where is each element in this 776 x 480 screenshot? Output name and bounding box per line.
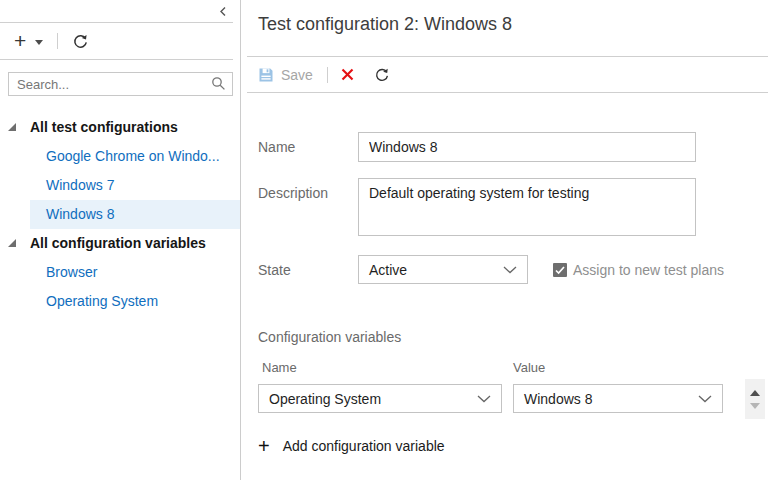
tree-item-label: Operating System bbox=[30, 287, 240, 316]
save-floppy-icon bbox=[258, 67, 274, 83]
description-label: Description bbox=[258, 178, 358, 236]
sidebar-refresh-button[interactable] bbox=[72, 33, 89, 50]
state-label: State bbox=[258, 255, 358, 278]
variable-name-value: Operating System bbox=[269, 391, 381, 407]
add-configuration-variable-label: Add configuration variable bbox=[283, 438, 445, 454]
save-button[interactable]: Save bbox=[258, 67, 313, 83]
move-down-icon[interactable] bbox=[750, 403, 760, 409]
assign-checkbox-label: Assign to new test plans bbox=[573, 262, 724, 278]
state-dropdown-value: Active bbox=[369, 262, 407, 278]
tree-item-label: Google Chrome on Windo... bbox=[30, 142, 240, 171]
chevron-down-icon bbox=[503, 266, 517, 274]
search-icon bbox=[211, 76, 226, 95]
tree-item-label: Windows 8 bbox=[30, 200, 240, 229]
variable-name-dropdown[interactable]: Operating System bbox=[258, 384, 502, 413]
refresh-button[interactable] bbox=[374, 67, 390, 83]
delete-x-icon bbox=[341, 68, 354, 81]
collapse-sidebar-icon[interactable] bbox=[219, 6, 227, 17]
sidebar-toolbar: + bbox=[0, 23, 233, 60]
sidebar: + All test conf bbox=[0, 0, 241, 480]
state-dropdown[interactable]: Active bbox=[358, 255, 528, 284]
name-label: Name bbox=[258, 132, 358, 162]
configuration-variable-row: Operating System Windows 8 bbox=[258, 384, 776, 419]
configurations-tree: All test configurations Google Chrome on… bbox=[0, 113, 240, 316]
tree-group-label: All configuration variables bbox=[30, 235, 206, 251]
plus-icon: + bbox=[14, 31, 26, 51]
configuration-variables-section: Configuration variables Name Value Opera… bbox=[258, 329, 776, 455]
name-field[interactable] bbox=[358, 132, 696, 162]
tree-group-all-configuration-variables[interactable]: All configuration variables bbox=[0, 229, 240, 258]
tree-item-google-chrome[interactable]: Google Chrome on Windo... bbox=[0, 142, 240, 171]
checkmark-icon bbox=[555, 266, 565, 275]
search-input[interactable] bbox=[8, 72, 233, 96]
tree-item-operating-system[interactable]: Operating System bbox=[0, 287, 240, 316]
main-pane: Test configuration 2: Windows 8 Save bbox=[241, 0, 776, 480]
description-row: Description Default operating system for… bbox=[258, 178, 776, 236]
save-button-label: Save bbox=[281, 67, 313, 83]
tree-item-browser[interactable]: Browser bbox=[0, 258, 240, 287]
tree-item-label: Windows 7 bbox=[30, 171, 240, 200]
chevron-down-icon bbox=[35, 40, 43, 45]
tree-item-windows-8[interactable]: Windows 8 bbox=[0, 200, 240, 229]
tree-group-label: All test configurations bbox=[30, 119, 178, 135]
name-column-header: Name bbox=[258, 360, 513, 375]
plus-icon: + bbox=[258, 437, 270, 455]
variable-value-value: Windows 8 bbox=[524, 391, 592, 407]
sidebar-header bbox=[0, 0, 233, 23]
tree-group-all-test-configurations[interactable]: All test configurations bbox=[0, 113, 240, 142]
expander-icon[interactable] bbox=[8, 123, 16, 131]
tree-item-windows-7[interactable]: Windows 7 bbox=[0, 171, 240, 200]
page-title: Test configuration 2: Windows 8 bbox=[258, 14, 776, 35]
expander-icon[interactable] bbox=[8, 239, 16, 247]
chevron-down-icon bbox=[477, 395, 491, 403]
sidebar-search bbox=[8, 72, 233, 96]
assign-checkbox-group: Assign to new test plans bbox=[553, 255, 724, 278]
add-configuration-variable-button[interactable]: + Add configuration variable bbox=[258, 437, 776, 455]
command-bar-separator bbox=[327, 67, 328, 83]
command-bar: Save bbox=[247, 56, 768, 93]
new-configuration-button[interactable]: + bbox=[14, 31, 43, 51]
row-reorder-control bbox=[745, 379, 765, 419]
variable-value-dropdown[interactable]: Windows 8 bbox=[513, 384, 723, 413]
configuration-variables-heading: Configuration variables bbox=[258, 329, 776, 345]
tree-item-label: Browser bbox=[30, 258, 240, 287]
toolbar-separator bbox=[57, 33, 58, 49]
configuration-variables-headers: Name Value bbox=[258, 360, 776, 375]
app-window: + All test conf bbox=[0, 0, 776, 480]
refresh-icon bbox=[72, 33, 89, 50]
name-row: Name bbox=[258, 132, 776, 162]
delete-button[interactable] bbox=[341, 68, 354, 81]
refresh-icon bbox=[374, 67, 390, 83]
chevron-down-icon bbox=[698, 395, 712, 403]
assign-checkbox[interactable] bbox=[553, 263, 567, 277]
description-field[interactable]: Default operating system for testing bbox=[358, 178, 696, 236]
configuration-form: Name Description Default operating syste… bbox=[258, 132, 776, 284]
value-column-header: Value bbox=[513, 360, 545, 375]
move-up-icon[interactable] bbox=[750, 390, 760, 396]
state-row: State Active Assign to new test plans bbox=[258, 255, 776, 284]
